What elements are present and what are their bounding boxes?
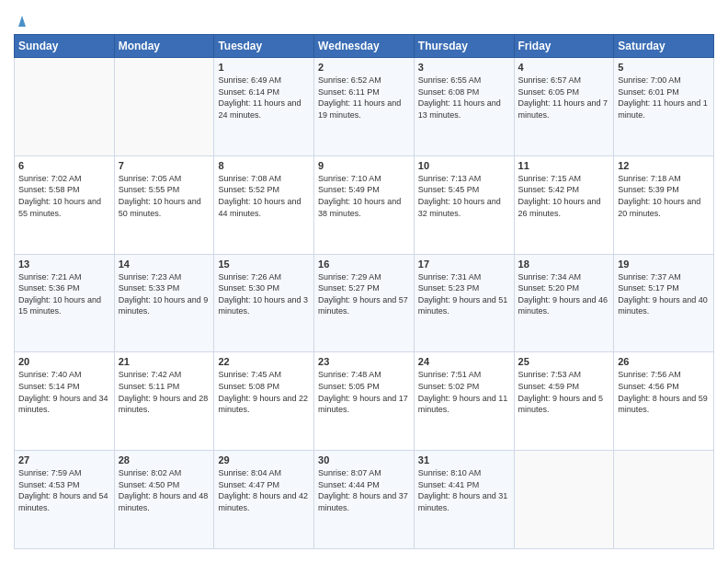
- header: [14, 14, 714, 25]
- calendar-cell: 19Sunrise: 7:37 AMSunset: 5:17 PMDayligh…: [614, 254, 714, 352]
- day-of-week-header: Tuesday: [214, 35, 314, 58]
- calendar-cell: 8Sunrise: 7:08 AMSunset: 5:52 PMDaylight…: [214, 155, 314, 254]
- calendar-cell: 7Sunrise: 7:05 AMSunset: 5:55 PMDaylight…: [114, 155, 214, 254]
- calendar-week-row: 27Sunrise: 7:59 AMSunset: 4:53 PMDayligh…: [15, 451, 714, 549]
- calendar-cell: 31Sunrise: 8:10 AMSunset: 4:41 PMDayligh…: [414, 451, 514, 549]
- cell-content: Sunrise: 7:21 AMSunset: 5:36 PMDaylight:…: [18, 271, 110, 317]
- cell-content: Sunrise: 7:02 AMSunset: 5:58 PMDaylight:…: [18, 173, 110, 219]
- day-of-week-header: Wednesday: [314, 35, 415, 58]
- day-number: 19: [618, 259, 710, 270]
- day-number: 22: [218, 356, 310, 367]
- cell-content: Sunrise: 7:10 AMSunset: 5:49 PMDaylight:…: [318, 173, 410, 219]
- calendar-cell: 21Sunrise: 7:42 AMSunset: 5:11 PMDayligh…: [114, 352, 214, 451]
- day-number: 31: [418, 454, 510, 465]
- day-number: 30: [318, 454, 410, 465]
- day-number: 15: [218, 259, 310, 270]
- day-number: 4: [518, 62, 610, 73]
- cell-content: Sunrise: 7:15 AMSunset: 5:42 PMDaylight:…: [518, 173, 610, 219]
- day-of-week-header: Friday: [514, 35, 614, 58]
- cell-content: Sunrise: 6:49 AMSunset: 6:14 PMDaylight:…: [218, 75, 310, 121]
- calendar-cell: [514, 451, 614, 549]
- calendar-cell: 9Sunrise: 7:10 AMSunset: 5:49 PMDaylight…: [314, 155, 415, 254]
- logo: [14, 14, 30, 25]
- day-of-week-header: Sunday: [15, 35, 115, 58]
- calendar-cell: 25Sunrise: 7:53 AMSunset: 4:59 PMDayligh…: [514, 352, 614, 451]
- calendar-cell: [15, 58, 115, 156]
- day-number: 5: [618, 62, 710, 73]
- calendar-cell: 30Sunrise: 8:07 AMSunset: 4:44 PMDayligh…: [314, 451, 415, 549]
- cell-content: Sunrise: 7:37 AMSunset: 5:17 PMDaylight:…: [618, 271, 710, 317]
- cell-content: Sunrise: 7:59 AMSunset: 4:53 PMDaylight:…: [18, 467, 110, 513]
- cell-content: Sunrise: 6:52 AMSunset: 6:11 PMDaylight:…: [318, 75, 410, 121]
- cell-content: Sunrise: 7:05 AMSunset: 5:55 PMDaylight:…: [119, 173, 210, 219]
- calendar-cell: 10Sunrise: 7:13 AMSunset: 5:45 PMDayligh…: [414, 155, 514, 254]
- cell-content: Sunrise: 7:45 AMSunset: 5:08 PMDaylight:…: [218, 369, 310, 415]
- day-number: 6: [18, 160, 110, 171]
- day-number: 20: [18, 356, 110, 367]
- day-of-week-header: Saturday: [614, 35, 714, 58]
- cell-content: Sunrise: 8:10 AMSunset: 4:41 PMDaylight:…: [418, 467, 510, 513]
- cell-content: Sunrise: 8:02 AMSunset: 4:50 PMDaylight:…: [119, 467, 210, 513]
- calendar-cell: 28Sunrise: 8:02 AMSunset: 4:50 PMDayligh…: [114, 451, 214, 549]
- day-number: 21: [119, 356, 210, 367]
- cell-content: Sunrise: 8:04 AMSunset: 4:47 PMDaylight:…: [218, 467, 310, 513]
- cell-content: Sunrise: 7:42 AMSunset: 5:11 PMDaylight:…: [119, 369, 210, 415]
- calendar-cell: [614, 451, 714, 549]
- calendar-cell: 17Sunrise: 7:31 AMSunset: 5:23 PMDayligh…: [414, 254, 514, 352]
- day-number: 28: [119, 454, 210, 465]
- calendar-table: SundayMondayTuesdayWednesdayThursdayFrid…: [14, 34, 714, 549]
- calendar-week-row: 1Sunrise: 6:49 AMSunset: 6:14 PMDaylight…: [15, 58, 714, 156]
- svg-marker-0: [18, 16, 26, 27]
- calendar-cell: 6Sunrise: 7:02 AMSunset: 5:58 PMDaylight…: [15, 155, 115, 254]
- day-number: 8: [218, 160, 310, 171]
- day-of-week-header: Monday: [114, 35, 214, 58]
- day-number: 16: [318, 259, 410, 270]
- cell-content: Sunrise: 7:23 AMSunset: 5:33 PMDaylight:…: [119, 271, 210, 317]
- cell-content: Sunrise: 7:18 AMSunset: 5:39 PMDaylight:…: [618, 173, 710, 219]
- day-number: 24: [418, 356, 510, 367]
- day-number: 13: [18, 259, 110, 270]
- calendar-cell: 4Sunrise: 6:57 AMSunset: 6:05 PMDaylight…: [514, 58, 614, 156]
- day-number: 18: [518, 259, 610, 270]
- day-number: 11: [518, 160, 610, 171]
- calendar-cell: 24Sunrise: 7:51 AMSunset: 5:02 PMDayligh…: [414, 352, 514, 451]
- calendar-cell: 23Sunrise: 7:48 AMSunset: 5:05 PMDayligh…: [314, 352, 415, 451]
- cell-content: Sunrise: 7:00 AMSunset: 6:01 PMDaylight:…: [618, 75, 710, 121]
- day-number: 10: [418, 160, 510, 171]
- day-number: 25: [518, 356, 610, 367]
- cell-content: Sunrise: 7:56 AMSunset: 4:56 PMDaylight:…: [618, 369, 710, 415]
- calendar-cell: 16Sunrise: 7:29 AMSunset: 5:27 PMDayligh…: [314, 254, 415, 352]
- calendar-cell: 1Sunrise: 6:49 AMSunset: 6:14 PMDaylight…: [214, 58, 314, 156]
- cell-content: Sunrise: 8:07 AMSunset: 4:44 PMDaylight:…: [318, 467, 410, 513]
- cell-content: Sunrise: 7:34 AMSunset: 5:20 PMDaylight:…: [518, 271, 610, 317]
- calendar-cell: 18Sunrise: 7:34 AMSunset: 5:20 PMDayligh…: [514, 254, 614, 352]
- calendar-header-row: SundayMondayTuesdayWednesdayThursdayFrid…: [15, 35, 714, 58]
- cell-content: Sunrise: 7:29 AMSunset: 5:27 PMDaylight:…: [318, 271, 410, 317]
- calendar-cell: 29Sunrise: 8:04 AMSunset: 4:47 PMDayligh…: [214, 451, 314, 549]
- cell-content: Sunrise: 6:55 AMSunset: 6:08 PMDaylight:…: [418, 75, 510, 121]
- cell-content: Sunrise: 7:51 AMSunset: 5:02 PMDaylight:…: [418, 369, 510, 415]
- calendar-cell: 2Sunrise: 6:52 AMSunset: 6:11 PMDaylight…: [314, 58, 415, 156]
- day-number: 2: [318, 62, 410, 73]
- calendar-cell: [114, 58, 214, 156]
- calendar-week-row: 20Sunrise: 7:40 AMSunset: 5:14 PMDayligh…: [15, 352, 714, 451]
- cell-content: Sunrise: 7:40 AMSunset: 5:14 PMDaylight:…: [18, 369, 110, 415]
- day-number: 14: [119, 259, 210, 270]
- day-number: 3: [418, 62, 510, 73]
- day-number: 17: [418, 259, 510, 270]
- calendar-cell: 20Sunrise: 7:40 AMSunset: 5:14 PMDayligh…: [15, 352, 115, 451]
- cell-content: Sunrise: 7:48 AMSunset: 5:05 PMDaylight:…: [318, 369, 410, 415]
- cell-content: Sunrise: 7:08 AMSunset: 5:52 PMDaylight:…: [218, 173, 310, 219]
- day-of-week-header: Thursday: [414, 35, 514, 58]
- day-number: 23: [318, 356, 410, 367]
- day-number: 1: [218, 62, 310, 73]
- calendar-cell: 14Sunrise: 7:23 AMSunset: 5:33 PMDayligh…: [114, 254, 214, 352]
- calendar-cell: 12Sunrise: 7:18 AMSunset: 5:39 PMDayligh…: [614, 155, 714, 254]
- calendar-cell: 15Sunrise: 7:26 AMSunset: 5:30 PMDayligh…: [214, 254, 314, 352]
- calendar-cell: 13Sunrise: 7:21 AMSunset: 5:36 PMDayligh…: [15, 254, 115, 352]
- day-number: 9: [318, 160, 410, 171]
- day-number: 27: [18, 454, 110, 465]
- cell-content: Sunrise: 7:13 AMSunset: 5:45 PMDaylight:…: [418, 173, 510, 219]
- page: SundayMondayTuesdayWednesdayThursdayFrid…: [0, 0, 728, 563]
- calendar-cell: 5Sunrise: 7:00 AMSunset: 6:01 PMDaylight…: [614, 58, 714, 156]
